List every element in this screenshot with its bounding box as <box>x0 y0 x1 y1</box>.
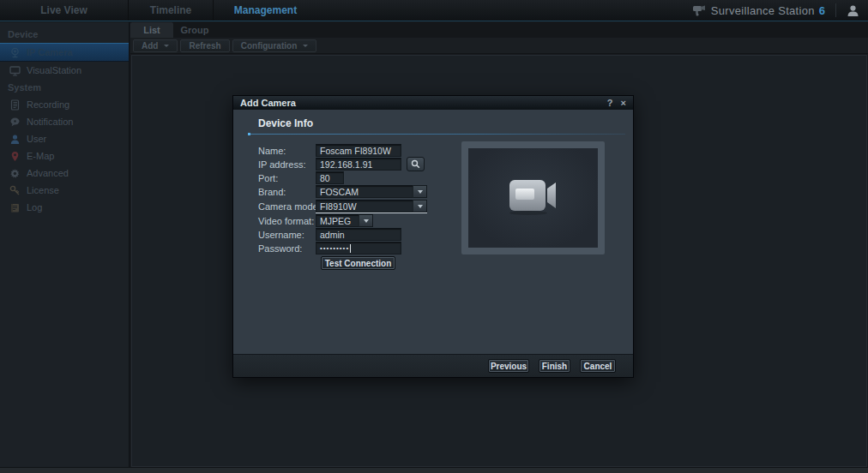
chevron-down-icon <box>164 45 169 47</box>
configuration-button-label: Configuration <box>241 41 298 51</box>
sidebar-item-label: User <box>27 134 46 144</box>
notification-icon <box>9 117 21 128</box>
webcam-icon <box>9 47 21 58</box>
monitor-icon <box>9 65 21 76</box>
sidebar-item-label: Notification <box>27 117 73 127</box>
field-row-brand: Brand: FOSCAM <box>233 185 439 198</box>
chevron-down-icon <box>303 45 308 47</box>
nav-management-label: Management <box>234 4 297 16</box>
sidebar-item-user[interactable]: User <box>0 130 129 147</box>
username-input[interactable]: admin <box>316 228 401 241</box>
nav-timeline[interactable]: Timeline <box>129 0 214 21</box>
section-title: Device Info <box>258 117 313 129</box>
sidebar-item-label: Log <box>27 202 42 213</box>
brand-select[interactable]: FOSCAM <box>316 185 427 198</box>
name-label: Name: <box>258 146 286 156</box>
test-connection-button[interactable]: Test Connection <box>321 256 395 270</box>
video-format-value: MJPEG <box>316 214 359 227</box>
app-version: 6 <box>819 4 825 17</box>
camera-model-label: Camera model: <box>258 201 322 212</box>
recording-icon <box>9 99 21 111</box>
bottom-strip <box>0 467 868 473</box>
previous-button[interactable]: Previous <box>488 359 529 373</box>
view-tabs: List Group <box>130 22 868 38</box>
sidebar-section-device: Device <box>0 26 129 43</box>
dialog-body: Device Info Name: Foscam FI8910W IP addr… <box>233 110 633 354</box>
ip-address-label: IP address: <box>258 159 305 170</box>
user-account-icon[interactable] <box>847 4 859 17</box>
chevron-down-icon[interactable] <box>413 185 427 198</box>
search-icon <box>411 159 420 169</box>
field-row-model: Camera model: FI8910W <box>233 200 439 213</box>
field-row-password: Password: ••••••••• <box>233 242 439 254</box>
port-label: Port: <box>258 173 278 183</box>
dialog-footer: Previous Finish Cancel <box>233 354 633 377</box>
sidebar-item-label: IP Camera <box>27 47 73 57</box>
sidebar-section-system: System <box>0 79 129 96</box>
camera-model-value: FI8910W <box>316 200 413 213</box>
tab-group[interactable]: Group <box>173 22 216 38</box>
chevron-down-icon[interactable] <box>359 214 373 227</box>
brand-value: FOSCAM <box>316 185 413 198</box>
app-brand: Surveillance Station <box>711 4 815 17</box>
dialog-title: Add Camera <box>240 98 296 108</box>
finish-button[interactable]: Finish <box>539 359 570 373</box>
ip-address-input[interactable]: 192.168.1.91 <box>316 158 401 171</box>
nav-timeline-label: Timeline <box>150 4 191 16</box>
main-nav: Live View Timeline Management <box>0 0 317 21</box>
password-masked-value: ••••••••• <box>320 244 349 252</box>
chevron-down-icon[interactable] <box>413 200 427 213</box>
camera-toolbar: Add Refresh Configuration <box>130 38 868 54</box>
password-input[interactable]: ••••••••• <box>316 242 401 254</box>
user-icon <box>9 134 21 145</box>
camera-model-select[interactable]: FI8910W <box>316 200 427 213</box>
username-label: Username: <box>258 230 304 240</box>
search-camera-button[interactable] <box>407 157 425 171</box>
name-input[interactable]: Foscam FI8910W <box>316 144 401 157</box>
nav-live-view[interactable]: Live View <box>0 0 129 21</box>
video-format-select[interactable]: MJPEG <box>316 214 373 227</box>
sidebar-item-visualstation[interactable]: VisualStation <box>0 62 129 79</box>
sidebar-item-recording[interactable]: Recording <box>0 96 129 113</box>
dialog-title-bar[interactable]: Add Camera ? × <box>233 96 633 110</box>
tab-list-label: List <box>143 25 160 35</box>
refresh-button-label: Refresh <box>189 41 220 51</box>
password-label: Password: <box>258 243 302 254</box>
brand-label: Brand: <box>258 187 286 197</box>
sidebar-item-label: E-Map <box>27 151 54 161</box>
divider-dot <box>248 133 250 135</box>
sidebar-item-label: Advanced <box>27 168 69 178</box>
sidebar-item-label: License <box>27 185 59 195</box>
nav-live-view-label: Live View <box>40 4 87 16</box>
sidebar-item-label: VisualStation <box>27 65 81 75</box>
sidebar-item-ip-camera[interactable]: IP Camera <box>0 43 129 62</box>
sidebar: Device IP Camera VisualStation System <box>0 22 130 467</box>
port-input[interactable]: 80 <box>316 171 344 184</box>
section-divider <box>248 134 625 135</box>
tab-list[interactable]: List <box>130 22 173 38</box>
add-button-label: Add <box>142 41 158 51</box>
add-button[interactable]: Add <box>133 39 178 52</box>
cancel-button[interactable]: Cancel <box>580 359 616 373</box>
camera-preview-frame <box>461 141 605 254</box>
video-format-label: Video format: <box>258 216 314 226</box>
surveillance-station-window: Live View Timeline Management Surveillan… <box>0 0 868 473</box>
nav-management[interactable]: Management <box>214 0 317 21</box>
sidebar-item-emap[interactable]: E-Map <box>0 147 129 165</box>
sidebar-item-license[interactable]: License <box>0 182 129 199</box>
text-cursor <box>350 244 351 253</box>
help-icon[interactable]: ? <box>607 97 613 109</box>
map-pin-icon <box>9 151 21 162</box>
field-row-name: Name: Foscam FI8910W <box>233 144 439 157</box>
refresh-button[interactable]: Refresh <box>180 39 229 52</box>
sidebar-item-label: Recording <box>27 99 69 110</box>
field-row-format: Video format: MJPEG <box>233 214 439 227</box>
log-icon <box>9 202 21 213</box>
video-camera-placeholder-icon <box>504 175 563 219</box>
close-icon[interactable]: × <box>621 97 626 109</box>
sidebar-item-advanced[interactable]: Advanced <box>0 165 129 182</box>
topbar-right: Surveillance Station 6 <box>692 0 868 21</box>
configuration-button[interactable]: Configuration <box>232 39 317 52</box>
sidebar-item-notification[interactable]: Notification <box>0 113 129 130</box>
sidebar-item-log[interactable]: Log <box>0 199 129 216</box>
